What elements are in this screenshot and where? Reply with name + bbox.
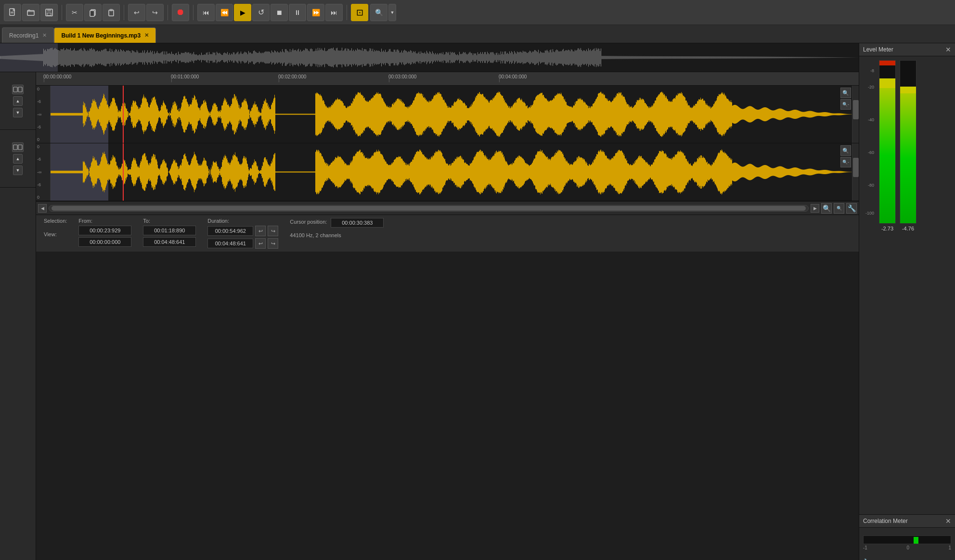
redo-button[interactable]: ↪ bbox=[146, 4, 164, 21]
level-meter-title: Level Meter bbox=[863, 46, 893, 53]
sep5 bbox=[347, 5, 347, 20]
hscrollbar[interactable] bbox=[49, 205, 809, 212]
pause-button[interactable]: ⏸ bbox=[289, 4, 306, 21]
tab-build1-label: Build 1 New Beginnings.mp3 bbox=[61, 32, 141, 39]
level-meter-ch2: -4.76 bbox=[900, 60, 916, 509]
horizontal-scrollbar-area: ◀ ▶ 🔍 🔍 🔧 bbox=[36, 201, 859, 215]
correlation-meter-close[interactable]: ✕ bbox=[945, 517, 951, 525]
from-label: From: bbox=[78, 218, 131, 224]
play-button[interactable]: ▶ bbox=[234, 4, 251, 21]
track2-up-btn[interactable]: ▲ bbox=[13, 154, 23, 164]
record-button[interactable]: ⏺ bbox=[172, 4, 189, 21]
undo-redo-buttons: ↩ ↪ bbox=[128, 4, 164, 21]
track-waveform-bottom[interactable]: 0-6-∞-60 🔍 🔍- bbox=[36, 143, 859, 201]
paste-button[interactable] bbox=[103, 4, 120, 21]
overview-waveform[interactable]: // We'll draw this via JavaScript below bbox=[0, 43, 859, 72]
view-redo-btn[interactable]: ↪ bbox=[268, 238, 278, 249]
view-undo-btn[interactable]: ↩ bbox=[255, 238, 266, 249]
meter-bar-ch2 bbox=[900, 60, 916, 224]
snap-button[interactable]: ⊡ bbox=[351, 4, 368, 21]
loop-button[interactable]: ↺ bbox=[252, 4, 270, 21]
tab-recording1[interactable]: Recording1 ✕ bbox=[2, 27, 54, 43]
svg-rect-13 bbox=[18, 87, 22, 92]
time-ruler: 00:00:00:000 00:01:00:000 00:02:00:000 0… bbox=[36, 72, 859, 86]
forward-button[interactable]: ⏩ bbox=[307, 4, 324, 21]
cursor-position-label: Cursor position: bbox=[290, 219, 327, 225]
scale-mark--80: -80 bbox=[868, 183, 874, 188]
search-dropdown-button[interactable]: ▼ bbox=[388, 4, 396, 21]
duration-group: Duration: ↩ ↪ ↩ ↪ bbox=[207, 218, 278, 249]
track1-up-btn[interactable]: ▲ bbox=[13, 96, 23, 106]
ruler-mark-2: 00:02:00:000 bbox=[278, 74, 306, 79]
level-meter-ch1: -2.73 bbox=[879, 60, 896, 509]
track1-stereo-btn[interactable] bbox=[12, 85, 24, 94]
rewind-button[interactable]: ⏪ bbox=[216, 4, 233, 21]
playhead-top bbox=[123, 86, 124, 143]
track-control-2: ▲ ▼ bbox=[0, 130, 36, 188]
selection-label: Selection: bbox=[44, 218, 67, 224]
scale-mark--20: -20 bbox=[868, 85, 874, 89]
tab-build1-close[interactable]: ✕ bbox=[144, 32, 149, 38]
sel-redo-btn[interactable]: ↪ bbox=[268, 226, 278, 236]
correlation-label-1: 1 bbox=[948, 545, 951, 550]
level-meter-section: Level Meter ✕ -8 -20 -40 -60 -80 -100 bbox=[859, 43, 955, 514]
selection-row: Selection: bbox=[44, 218, 67, 226]
zoom-out-btn-bottom[interactable]: 🔍- bbox=[840, 157, 851, 167]
ruler-mark-3: 00:03:00:000 bbox=[388, 74, 416, 79]
save-button[interactable] bbox=[40, 4, 58, 21]
playhead-bottom bbox=[123, 143, 124, 201]
tools-btn[interactable]: 🔧 bbox=[846, 203, 857, 214]
svg-rect-5 bbox=[47, 9, 51, 12]
selection-duration-field[interactable] bbox=[207, 226, 253, 236]
audio-info: 44100 Hz, 2 channels bbox=[290, 232, 384, 238]
sep3 bbox=[168, 5, 168, 20]
search-button[interactable]: 🔍 bbox=[370, 4, 387, 21]
sel-undo-btn[interactable]: ↩ bbox=[255, 226, 266, 236]
meter-fill-ch2-yellow bbox=[900, 87, 916, 93]
track2-stereo-btn[interactable] bbox=[12, 142, 24, 152]
track-scale-bottom: 0-6-∞-60 bbox=[36, 143, 51, 201]
tab-recording1-close[interactable]: ✕ bbox=[42, 32, 47, 38]
rewind-start-button[interactable]: ⏮ bbox=[197, 4, 215, 21]
tab-build1[interactable]: Build 1 New Beginnings.mp3 ✕ bbox=[54, 27, 156, 43]
cut-button[interactable]: ✂ bbox=[66, 4, 83, 21]
level-meter-content: -8 -20 -40 -60 -80 -100 -2.73 bbox=[859, 56, 955, 513]
svg-rect-8 bbox=[90, 11, 94, 16]
duration-label: Duration: bbox=[207, 218, 278, 224]
scroll-right-btn[interactable]: ▶ bbox=[811, 204, 819, 213]
meter-bar-ch1 bbox=[879, 60, 896, 224]
svg-rect-10 bbox=[110, 9, 113, 11]
zoom-in-btn-bottom[interactable]: 🔍 bbox=[840, 145, 851, 156]
new-button[interactable] bbox=[4, 4, 21, 21]
selection-to-field[interactable] bbox=[143, 226, 196, 235]
level-meter-close[interactable]: ✕ bbox=[945, 46, 951, 53]
zoom-out-btn-top[interactable]: 🔍- bbox=[840, 99, 851, 110]
track2-down-btn[interactable]: ▼ bbox=[13, 165, 23, 175]
view-duration-field[interactable] bbox=[207, 239, 253, 248]
open-button[interactable] bbox=[22, 4, 39, 21]
tracks-container: 00:00:00:000 00:01:00:000 00:02:00:000 0… bbox=[36, 72, 859, 560]
info-panel: Selection: View: From: To: bbox=[36, 215, 859, 252]
scroll-left-btn[interactable]: ◀ bbox=[38, 204, 47, 213]
selection-from-field[interactable] bbox=[78, 226, 131, 235]
view-from-field[interactable] bbox=[78, 237, 131, 247]
level-meter-ch2-value: -4.76 bbox=[902, 226, 914, 231]
cursor-position-field[interactable] bbox=[331, 218, 384, 228]
zoom-in-btn-top[interactable]: 🔍 bbox=[840, 88, 851, 98]
zoom-in-hbar[interactable]: 🔍 bbox=[821, 203, 832, 214]
correlation-meter-header: Correlation Meter ✕ bbox=[859, 515, 955, 528]
zoom-out-hbar[interactable]: 🔍 bbox=[834, 203, 844, 214]
track-scale-top: 0-6-∞-60 bbox=[36, 86, 51, 143]
file-buttons bbox=[4, 4, 58, 21]
track1-down-btn[interactable]: ▼ bbox=[13, 108, 23, 117]
forward-end-button[interactable]: ⏭ bbox=[325, 4, 343, 21]
view-to-field[interactable] bbox=[143, 237, 196, 247]
edit-buttons: ✂ bbox=[66, 4, 120, 21]
sep4 bbox=[193, 5, 194, 20]
stop-button[interactable]: ⏹ bbox=[271, 4, 288, 21]
copy-button[interactable] bbox=[84, 4, 102, 21]
undo-button[interactable]: ↩ bbox=[128, 4, 145, 21]
correlation-settings[interactable]: 🔧 bbox=[859, 557, 955, 560]
track-waveform-top[interactable]: 0-6-∞-60 🔍 🔍- bbox=[36, 86, 859, 143]
main-content: // We'll draw this via JavaScript below … bbox=[0, 43, 955, 560]
